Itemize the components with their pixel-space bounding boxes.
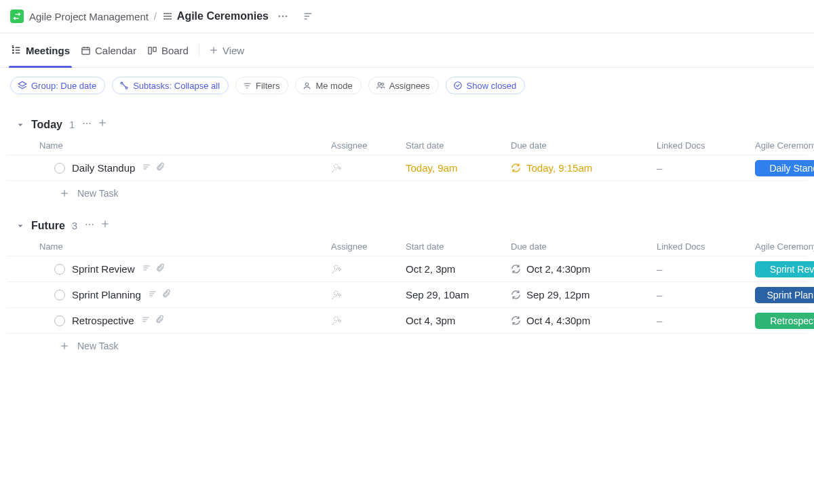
start-date-cell[interactable]: Today, 9am (403, 162, 508, 174)
layers-icon (18, 81, 27, 90)
task-name[interactable]: Sprint Review (72, 263, 135, 275)
ceremony-cell[interactable]: Sprint Review (752, 261, 814, 277)
ceremony-cell[interactable]: Sprint Planning (752, 287, 814, 303)
th-name[interactable]: Name (37, 140, 328, 151)
ceremony-badge[interactable]: Sprint Review (755, 261, 814, 277)
subtasks-pill[interactable]: Subtasks: Collapse all (112, 77, 229, 94)
ceremony-badge[interactable]: Sprint Planning (755, 287, 814, 303)
task-row[interactable]: Sprint ReviewOct 2, 3pmOct 2, 4:30pm–Spr… (7, 256, 807, 282)
th-name[interactable]: Name (37, 241, 328, 252)
group-more-icon[interactable] (84, 219, 95, 232)
ceremony-badge[interactable]: Daily Standup (755, 160, 814, 176)
th-ceremony[interactable]: Agile Ceremony (752, 241, 814, 252)
task-name[interactable]: Retrospective (72, 315, 134, 326)
task-group: Today1NameAssigneeStart dateDue dateLink… (7, 104, 807, 206)
svg-point-35 (90, 123, 91, 124)
svg-marker-23 (18, 81, 26, 86)
assignees-pill[interactable]: Assignees (368, 77, 439, 94)
group-add-icon[interactable] (100, 219, 110, 232)
tab-calendar[interactable]: Calendar (80, 33, 137, 67)
group-more-icon[interactable] (81, 118, 92, 131)
new-task-button[interactable]: New Task (7, 181, 807, 206)
add-assignee-button[interactable] (331, 162, 400, 174)
filters-pill[interactable]: Filters (235, 77, 288, 94)
start-date-cell[interactable]: Oct 2, 3pm (403, 263, 508, 275)
ceremony-cell[interactable]: Retrospective (752, 313, 814, 329)
group-title[interactable]: Today (31, 119, 62, 131)
check-circle-icon (453, 81, 463, 90)
th-due[interactable]: Due date (508, 140, 654, 151)
list-icon (162, 11, 173, 22)
show-closed-pill[interactable]: Show closed (446, 77, 526, 94)
add-assignee-button[interactable] (331, 263, 400, 275)
th-start[interactable]: Start date (403, 140, 508, 151)
task-row[interactable]: Daily StandupToday, 9amToday, 9:15am–Dai… (7, 155, 807, 181)
task-row[interactable]: RetrospectiveOct 4, 3pmOct 4, 4:30pm–Ret… (7, 308, 807, 334)
attachment-icon[interactable] (155, 263, 165, 275)
due-date-cell[interactable]: Sep 29, 12pm (508, 289, 654, 301)
description-icon[interactable] (142, 162, 151, 174)
ceremony-badge[interactable]: Retrospective (755, 313, 814, 329)
group-pill[interactable]: Group: Due date (10, 77, 105, 94)
filter-icon (243, 81, 252, 90)
svg-point-47 (89, 224, 90, 225)
tab-board[interactable]: Board (147, 33, 189, 67)
linked-docs-cell[interactable]: – (654, 263, 752, 275)
status-circle[interactable] (54, 315, 65, 326)
svg-point-33 (83, 123, 85, 124)
task-row[interactable]: Sprint PlanningSep 29, 10amSep 29, 12pm–… (7, 282, 807, 308)
description-icon[interactable] (142, 263, 151, 275)
linked-docs-cell[interactable]: – (654, 315, 752, 326)
task-name[interactable]: Sprint Planning (72, 289, 141, 301)
start-date-cell[interactable]: Sep 29, 10am (403, 289, 508, 301)
due-date-cell[interactable]: Today, 9:15am (508, 162, 654, 174)
status-circle[interactable] (54, 163, 65, 174)
svg-point-11 (13, 52, 14, 53)
new-task-button[interactable]: New Task (7, 334, 807, 358)
recurring-icon (511, 315, 521, 326)
group-title[interactable]: Future (31, 220, 65, 232)
collapse-caret-icon[interactable] (16, 222, 24, 230)
svg-point-25 (125, 87, 128, 89)
th-ceremony[interactable]: Agile Ceremony (752, 140, 814, 151)
start-date-cell[interactable]: Oct 4, 3pm (403, 315, 508, 326)
group-header: Future3 (7, 206, 807, 237)
add-assignee-button[interactable] (331, 315, 400, 327)
tab-meetings[interactable]: Meetings (10, 33, 71, 67)
linked-docs-cell[interactable]: – (654, 289, 752, 301)
description-icon[interactable] (141, 315, 151, 326)
sort-icon[interactable] (300, 8, 316, 24)
svg-point-32 (454, 82, 461, 90)
description-icon[interactable] (148, 289, 157, 301)
me-mode-pill[interactable]: Me mode (295, 77, 361, 94)
more-menu-icon[interactable] (274, 7, 292, 25)
due-date-cell[interactable]: Oct 4, 4:30pm (508, 315, 654, 326)
svg-rect-19 (149, 47, 151, 54)
th-start[interactable]: Start date (403, 241, 508, 252)
linked-docs-cell[interactable]: – (654, 162, 752, 174)
svg-point-60 (334, 291, 338, 295)
attachment-icon[interactable] (161, 289, 171, 301)
th-docs[interactable]: Linked Docs (654, 241, 752, 252)
group-add-icon[interactable] (98, 118, 107, 131)
th-due[interactable]: Due date (508, 241, 654, 252)
due-date-cell[interactable]: Oct 2, 4:30pm (508, 263, 654, 275)
add-view-button[interactable]: View (209, 45, 244, 56)
task-name[interactable]: Daily Standup (72, 162, 135, 174)
collapse-caret-icon[interactable] (16, 121, 24, 129)
th-docs[interactable]: Linked Docs (654, 140, 752, 151)
filter-bar: Group: Due date Subtasks: Collapse all F… (0, 68, 814, 96)
workspace-icon (10, 9, 24, 23)
svg-point-24 (121, 82, 123, 84)
th-assignee[interactable]: Assignee (328, 140, 403, 151)
status-circle[interactable] (54, 290, 65, 301)
attachment-icon[interactable] (155, 162, 165, 174)
breadcrumb-page[interactable]: Agile Ceremonies (162, 10, 269, 22)
breadcrumb-workspace[interactable]: Agile Project Management (29, 11, 149, 22)
th-assignee[interactable]: Assignee (328, 241, 403, 252)
status-circle[interactable] (54, 264, 65, 275)
attachment-icon[interactable] (155, 315, 164, 326)
list-content: Today1NameAssigneeStart dateDue dateLink… (0, 96, 814, 372)
add-assignee-button[interactable] (331, 289, 400, 301)
ceremony-cell[interactable]: Daily Standup (752, 160, 814, 176)
